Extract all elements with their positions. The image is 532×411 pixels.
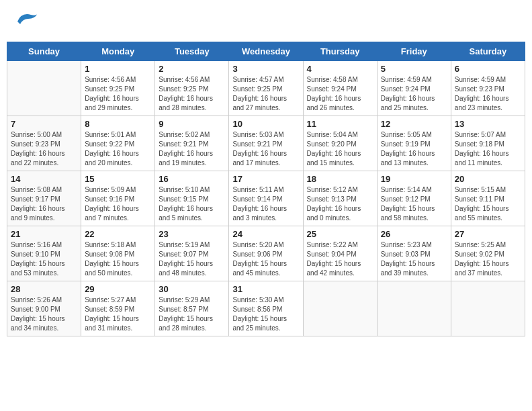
- calendar-cell: 28Sunrise: 5:26 AM Sunset: 9:00 PM Dayli…: [7, 281, 81, 336]
- day-info: Sunrise: 4:57 AM Sunset: 9:25 PM Dayligh…: [232, 75, 299, 113]
- day-number: 13: [455, 119, 521, 129]
- calendar-cell: [7, 61, 81, 116]
- day-info: Sunrise: 5:07 AM Sunset: 9:18 PM Dayligh…: [455, 130, 521, 168]
- calendar-cell: 17Sunrise: 5:11 AM Sunset: 9:14 PM Dayli…: [229, 171, 303, 226]
- week-row-2: 7Sunrise: 5:00 AM Sunset: 9:23 PM Daylig…: [7, 116, 525, 171]
- day-info: Sunrise: 5:14 AM Sunset: 9:12 PM Dayligh…: [381, 185, 447, 223]
- day-info: Sunrise: 4:59 AM Sunset: 9:24 PM Dayligh…: [381, 75, 447, 113]
- calendar-cell: 1Sunrise: 4:56 AM Sunset: 9:25 PM Daylig…: [81, 61, 155, 116]
- day-number: 21: [11, 229, 77, 239]
- logo-bird-icon: [12, 9, 39, 34]
- day-number: 10: [232, 119, 299, 129]
- day-info: Sunrise: 5:26 AM Sunset: 9:00 PM Dayligh…: [11, 295, 77, 333]
- calendar-cell: 12Sunrise: 5:05 AM Sunset: 9:19 PM Dayli…: [377, 116, 451, 171]
- calendar-cell: 7Sunrise: 5:00 AM Sunset: 9:23 PM Daylig…: [7, 116, 81, 171]
- week-row-5: 28Sunrise: 5:26 AM Sunset: 9:00 PM Dayli…: [7, 281, 525, 336]
- day-number: 2: [159, 64, 225, 74]
- calendar-cell: 31Sunrise: 5:30 AM Sunset: 8:56 PM Dayli…: [229, 281, 303, 336]
- day-number: 22: [85, 229, 151, 239]
- day-info: Sunrise: 5:20 AM Sunset: 9:06 PM Dayligh…: [232, 240, 299, 278]
- calendar-cell: 15Sunrise: 5:09 AM Sunset: 9:16 PM Dayli…: [81, 171, 155, 226]
- calendar-cell: 21Sunrise: 5:16 AM Sunset: 9:10 PM Dayli…: [7, 226, 81, 281]
- day-number: 25: [307, 229, 373, 239]
- calendar-table: SundayMondayTuesdayWednesdayThursdayFrid…: [7, 42, 525, 336]
- calendar-cell: 24Sunrise: 5:20 AM Sunset: 9:06 PM Dayli…: [229, 226, 303, 281]
- calendar-cell: 30Sunrise: 5:29 AM Sunset: 8:57 PM Dayli…: [155, 281, 229, 336]
- calendar-cell: 6Sunrise: 4:59 AM Sunset: 9:23 PM Daylig…: [451, 61, 525, 116]
- col-header-thursday: Thursday: [303, 42, 377, 61]
- calendar-cell: 9Sunrise: 5:02 AM Sunset: 9:21 PM Daylig…: [155, 116, 229, 171]
- day-info: Sunrise: 4:58 AM Sunset: 9:24 PM Dayligh…: [307, 75, 373, 113]
- day-number: 29: [85, 284, 151, 294]
- day-info: Sunrise: 4:56 AM Sunset: 9:25 PM Dayligh…: [159, 75, 225, 113]
- day-info: Sunrise: 5:08 AM Sunset: 9:17 PM Dayligh…: [11, 185, 77, 223]
- day-number: 6: [455, 64, 521, 74]
- day-number: 3: [232, 64, 299, 74]
- day-number: 8: [85, 119, 151, 129]
- day-info: Sunrise: 5:11 AM Sunset: 9:14 PM Dayligh…: [232, 185, 299, 223]
- day-number: 15: [85, 174, 151, 184]
- day-number: 14: [11, 174, 77, 184]
- day-info: Sunrise: 5:03 AM Sunset: 9:21 PM Dayligh…: [232, 130, 299, 168]
- day-info: Sunrise: 4:59 AM Sunset: 9:23 PM Dayligh…: [455, 75, 521, 113]
- calendar-cell: 16Sunrise: 5:10 AM Sunset: 9:15 PM Dayli…: [155, 171, 229, 226]
- week-row-3: 14Sunrise: 5:08 AM Sunset: 9:17 PM Dayli…: [7, 171, 525, 226]
- day-info: Sunrise: 5:25 AM Sunset: 9:02 PM Dayligh…: [455, 240, 521, 278]
- calendar-cell: [303, 281, 377, 336]
- calendar-cell: 27Sunrise: 5:25 AM Sunset: 9:02 PM Dayli…: [451, 226, 525, 281]
- day-number: 18: [307, 174, 373, 184]
- day-info: Sunrise: 5:18 AM Sunset: 9:08 PM Dayligh…: [85, 240, 151, 278]
- day-info: Sunrise: 5:30 AM Sunset: 8:56 PM Dayligh…: [232, 295, 299, 333]
- day-info: Sunrise: 5:15 AM Sunset: 9:11 PM Dayligh…: [455, 185, 521, 223]
- day-info: Sunrise: 5:29 AM Sunset: 8:57 PM Dayligh…: [159, 295, 225, 333]
- day-info: Sunrise: 5:04 AM Sunset: 9:20 PM Dayligh…: [307, 130, 373, 168]
- day-number: 28: [11, 284, 77, 294]
- calendar-cell: 10Sunrise: 5:03 AM Sunset: 9:21 PM Dayli…: [229, 116, 303, 171]
- day-number: 26: [381, 229, 447, 239]
- day-info: Sunrise: 5:05 AM Sunset: 9:19 PM Dayligh…: [381, 130, 447, 168]
- day-number: 27: [455, 229, 521, 239]
- day-number: 9: [159, 119, 225, 129]
- calendar-cell: 2Sunrise: 4:56 AM Sunset: 9:25 PM Daylig…: [155, 61, 229, 116]
- calendar-cell: 18Sunrise: 5:12 AM Sunset: 9:13 PM Dayli…: [303, 171, 377, 226]
- calendar-cell: 8Sunrise: 5:01 AM Sunset: 9:22 PM Daylig…: [81, 116, 155, 171]
- day-number: 30: [159, 284, 225, 294]
- day-number: 11: [307, 119, 373, 129]
- day-info: Sunrise: 5:01 AM Sunset: 9:22 PM Dayligh…: [85, 130, 151, 168]
- day-number: 16: [159, 174, 225, 184]
- week-row-4: 21Sunrise: 5:16 AM Sunset: 9:10 PM Dayli…: [7, 226, 525, 281]
- col-header-saturday: Saturday: [451, 42, 525, 61]
- day-info: Sunrise: 5:09 AM Sunset: 9:16 PM Dayligh…: [85, 185, 151, 223]
- day-number: 24: [232, 229, 299, 239]
- day-info: Sunrise: 5:00 AM Sunset: 9:23 PM Dayligh…: [11, 130, 77, 168]
- calendar-cell: 5Sunrise: 4:59 AM Sunset: 9:24 PM Daylig…: [377, 61, 451, 116]
- col-header-wednesday: Wednesday: [229, 42, 303, 61]
- day-info: Sunrise: 5:16 AM Sunset: 9:10 PM Dayligh…: [11, 240, 77, 278]
- day-info: Sunrise: 4:56 AM Sunset: 9:25 PM Dayligh…: [85, 75, 151, 113]
- col-header-friday: Friday: [377, 42, 451, 61]
- day-number: 1: [85, 64, 151, 74]
- day-info: Sunrise: 5:27 AM Sunset: 8:59 PM Dayligh…: [85, 295, 151, 333]
- day-info: Sunrise: 5:22 AM Sunset: 9:04 PM Dayligh…: [307, 240, 373, 278]
- calendar-cell: 20Sunrise: 5:15 AM Sunset: 9:11 PM Dayli…: [451, 171, 525, 226]
- day-number: 7: [11, 119, 77, 129]
- day-info: Sunrise: 5:10 AM Sunset: 9:15 PM Dayligh…: [159, 185, 225, 223]
- calendar-cell: [377, 281, 451, 336]
- calendar-cell: 11Sunrise: 5:04 AM Sunset: 9:20 PM Dayli…: [303, 116, 377, 171]
- calendar-cell: 13Sunrise: 5:07 AM Sunset: 9:18 PM Dayli…: [451, 116, 525, 171]
- day-info: Sunrise: 5:19 AM Sunset: 9:07 PM Dayligh…: [159, 240, 225, 278]
- calendar-cell: 25Sunrise: 5:22 AM Sunset: 9:04 PM Dayli…: [303, 226, 377, 281]
- day-number: 20: [455, 174, 521, 184]
- calendar-cell: 22Sunrise: 5:18 AM Sunset: 9:08 PM Dayli…: [81, 226, 155, 281]
- col-header-monday: Monday: [81, 42, 155, 61]
- calendar-cell: [451, 281, 525, 336]
- day-number: 31: [232, 284, 299, 294]
- day-number: 17: [232, 174, 299, 184]
- logo: [12, 9, 42, 34]
- day-number: 12: [381, 119, 447, 129]
- calendar-cell: 29Sunrise: 5:27 AM Sunset: 8:59 PM Dayli…: [81, 281, 155, 336]
- day-number: 5: [381, 64, 447, 74]
- calendar-cell: 14Sunrise: 5:08 AM Sunset: 9:17 PM Dayli…: [7, 171, 81, 226]
- calendar-cell: 4Sunrise: 4:58 AM Sunset: 9:24 PM Daylig…: [303, 61, 377, 116]
- day-info: Sunrise: 5:02 AM Sunset: 9:21 PM Dayligh…: [159, 130, 225, 168]
